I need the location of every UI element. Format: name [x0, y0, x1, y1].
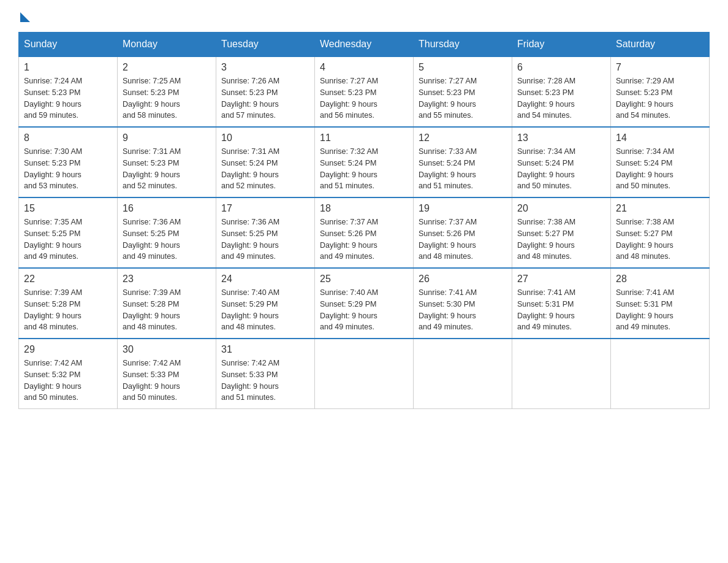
day-number: 2 — [123, 62, 211, 73]
day-info: Sunrise: 7:34 AMSunset: 5:24 PMDaylight:… — [517, 146, 605, 192]
day-info: Sunrise: 7:41 AMSunset: 5:31 PMDaylight:… — [517, 287, 605, 333]
page-header — [18, 12, 710, 20]
calendar-header-row: SundayMondayTuesdayWednesdayThursdayFrid… — [19, 33, 710, 57]
calendar-header-tuesday: Tuesday — [216, 33, 315, 57]
day-info: Sunrise: 7:37 AMSunset: 5:26 PMDaylight:… — [320, 216, 408, 262]
day-info: Sunrise: 7:40 AMSunset: 5:29 PMDaylight:… — [221, 287, 309, 333]
day-info: Sunrise: 7:42 AMSunset: 5:33 PMDaylight:… — [123, 358, 211, 404]
calendar-cell: 24Sunrise: 7:40 AMSunset: 5:29 PMDayligh… — [216, 268, 315, 339]
calendar-cell: 21Sunrise: 7:38 AMSunset: 5:27 PMDayligh… — [611, 197, 710, 268]
day-info: Sunrise: 7:39 AMSunset: 5:28 PMDaylight:… — [123, 287, 211, 333]
calendar-cell: 22Sunrise: 7:39 AMSunset: 5:28 PMDayligh… — [19, 268, 118, 339]
calendar-cell: 9Sunrise: 7:31 AMSunset: 5:23 PMDaylight… — [118, 127, 216, 197]
day-info: Sunrise: 7:40 AMSunset: 5:29 PMDaylight:… — [320, 287, 408, 333]
day-info: Sunrise: 7:33 AMSunset: 5:24 PMDaylight:… — [419, 146, 507, 192]
day-number: 17 — [221, 203, 309, 214]
day-number: 21 — [616, 203, 704, 214]
calendar-cell: 12Sunrise: 7:33 AMSunset: 5:24 PMDayligh… — [414, 127, 512, 197]
day-number: 6 — [517, 62, 605, 73]
calendar-cell: 18Sunrise: 7:37 AMSunset: 5:26 PMDayligh… — [315, 197, 414, 268]
day-number: 16 — [123, 203, 211, 214]
day-info: Sunrise: 7:24 AMSunset: 5:23 PMDaylight:… — [24, 75, 112, 121]
day-number: 1 — [24, 62, 112, 73]
day-info: Sunrise: 7:42 AMSunset: 5:33 PMDaylight:… — [221, 358, 309, 404]
day-number: 26 — [419, 274, 507, 285]
day-number: 29 — [24, 344, 112, 355]
day-info: Sunrise: 7:39 AMSunset: 5:28 PMDaylight:… — [24, 287, 112, 333]
calendar-cell: 29Sunrise: 7:42 AMSunset: 5:32 PMDayligh… — [19, 339, 118, 409]
day-info: Sunrise: 7:38 AMSunset: 5:27 PMDaylight:… — [616, 216, 704, 262]
calendar-cell: 25Sunrise: 7:40 AMSunset: 5:29 PMDayligh… — [315, 268, 414, 339]
calendar-cell: 8Sunrise: 7:30 AMSunset: 5:23 PMDaylight… — [19, 127, 118, 197]
day-info: Sunrise: 7:27 AMSunset: 5:23 PMDaylight:… — [419, 75, 507, 121]
calendar-cell: 26Sunrise: 7:41 AMSunset: 5:30 PMDayligh… — [414, 268, 512, 339]
day-info: Sunrise: 7:31 AMSunset: 5:24 PMDaylight:… — [221, 146, 309, 192]
calendar-cell — [512, 339, 611, 409]
calendar-cell: 27Sunrise: 7:41 AMSunset: 5:31 PMDayligh… — [512, 268, 611, 339]
calendar-cell: 28Sunrise: 7:41 AMSunset: 5:31 PMDayligh… — [611, 268, 710, 339]
logo-triangle-icon — [20, 12, 30, 22]
calendar-cell: 13Sunrise: 7:34 AMSunset: 5:24 PMDayligh… — [512, 127, 611, 197]
calendar-week-row: 8Sunrise: 7:30 AMSunset: 5:23 PMDaylight… — [19, 127, 710, 197]
calendar-cell: 31Sunrise: 7:42 AMSunset: 5:33 PMDayligh… — [216, 339, 315, 409]
calendar-cell: 5Sunrise: 7:27 AMSunset: 5:23 PMDaylight… — [414, 56, 512, 127]
calendar-cell: 16Sunrise: 7:36 AMSunset: 5:25 PMDayligh… — [118, 197, 216, 268]
calendar-week-row: 15Sunrise: 7:35 AMSunset: 5:25 PMDayligh… — [19, 197, 710, 268]
calendar-header-wednesday: Wednesday — [315, 33, 414, 57]
calendar-cell: 1Sunrise: 7:24 AMSunset: 5:23 PMDaylight… — [19, 56, 118, 127]
day-info: Sunrise: 7:35 AMSunset: 5:25 PMDaylight:… — [24, 216, 112, 262]
logo-general-text — [18, 12, 30, 22]
day-info: Sunrise: 7:30 AMSunset: 5:23 PMDaylight:… — [24, 146, 112, 192]
day-number: 15 — [24, 203, 112, 214]
day-number: 25 — [320, 274, 408, 285]
calendar-table: SundayMondayTuesdayWednesdayThursdayFrid… — [18, 32, 710, 409]
calendar-header-monday: Monday — [118, 33, 216, 57]
day-number: 18 — [320, 203, 408, 214]
calendar-week-row: 22Sunrise: 7:39 AMSunset: 5:28 PMDayligh… — [19, 268, 710, 339]
day-number: 20 — [517, 203, 605, 214]
day-number: 4 — [320, 62, 408, 73]
calendar-cell: 6Sunrise: 7:28 AMSunset: 5:23 PMDaylight… — [512, 56, 611, 127]
calendar-header-friday: Friday — [512, 33, 611, 57]
day-number: 31 — [221, 344, 309, 355]
day-number: 13 — [517, 132, 605, 144]
calendar-cell: 2Sunrise: 7:25 AMSunset: 5:23 PMDaylight… — [118, 56, 216, 127]
day-info: Sunrise: 7:38 AMSunset: 5:27 PMDaylight:… — [517, 216, 605, 262]
day-number: 22 — [24, 274, 112, 285]
day-number: 14 — [616, 132, 704, 144]
calendar-cell: 11Sunrise: 7:32 AMSunset: 5:24 PMDayligh… — [315, 127, 414, 197]
day-info: Sunrise: 7:32 AMSunset: 5:24 PMDaylight:… — [320, 146, 408, 192]
day-number: 23 — [123, 274, 211, 285]
calendar-week-row: 29Sunrise: 7:42 AMSunset: 5:32 PMDayligh… — [19, 339, 710, 409]
day-info: Sunrise: 7:41 AMSunset: 5:31 PMDaylight:… — [616, 287, 704, 333]
day-number: 19 — [419, 203, 507, 214]
calendar-cell — [414, 339, 512, 409]
calendar-cell — [315, 339, 414, 409]
calendar-cell: 3Sunrise: 7:26 AMSunset: 5:23 PMDaylight… — [216, 56, 315, 127]
calendar-cell — [611, 339, 710, 409]
calendar-header-sunday: Sunday — [19, 33, 118, 57]
day-info: Sunrise: 7:29 AMSunset: 5:23 PMDaylight:… — [616, 75, 704, 121]
calendar-header-thursday: Thursday — [414, 33, 512, 57]
calendar-cell: 4Sunrise: 7:27 AMSunset: 5:23 PMDaylight… — [315, 56, 414, 127]
day-number: 27 — [517, 274, 605, 285]
day-info: Sunrise: 7:41 AMSunset: 5:30 PMDaylight:… — [419, 287, 507, 333]
day-info: Sunrise: 7:27 AMSunset: 5:23 PMDaylight:… — [320, 75, 408, 121]
day-number: 28 — [616, 274, 704, 285]
logo — [18, 12, 30, 20]
day-number: 11 — [320, 132, 408, 144]
day-number: 7 — [616, 62, 704, 73]
day-number: 3 — [221, 62, 309, 73]
day-info: Sunrise: 7:36 AMSunset: 5:25 PMDaylight:… — [123, 216, 211, 262]
calendar-cell: 20Sunrise: 7:38 AMSunset: 5:27 PMDayligh… — [512, 197, 611, 268]
calendar-cell: 19Sunrise: 7:37 AMSunset: 5:26 PMDayligh… — [414, 197, 512, 268]
calendar-cell: 30Sunrise: 7:42 AMSunset: 5:33 PMDayligh… — [118, 339, 216, 409]
day-info: Sunrise: 7:42 AMSunset: 5:32 PMDaylight:… — [24, 358, 112, 404]
calendar-cell: 15Sunrise: 7:35 AMSunset: 5:25 PMDayligh… — [19, 197, 118, 268]
day-number: 30 — [123, 344, 211, 355]
day-info: Sunrise: 7:25 AMSunset: 5:23 PMDaylight:… — [123, 75, 211, 121]
day-info: Sunrise: 7:37 AMSunset: 5:26 PMDaylight:… — [419, 216, 507, 262]
day-info: Sunrise: 7:36 AMSunset: 5:25 PMDaylight:… — [221, 216, 309, 262]
day-number: 24 — [221, 274, 309, 285]
day-number: 10 — [221, 132, 309, 144]
